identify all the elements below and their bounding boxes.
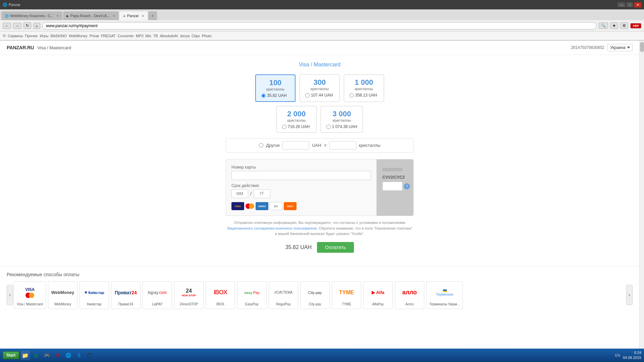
scroll-area[interactable]: PANZAR.RU Visa / Mastercard 281475079830… (0, 41, 639, 349)
bookmark-clips[interactable]: Clips (192, 34, 200, 38)
radio-2000[interactable] (282, 125, 286, 129)
tab-paparoach[interactable]: ▶ Papa Roach - Devil (A... ✕ (63, 11, 119, 20)
back-button[interactable]: ← (3, 23, 11, 29)
bookmark-absolution[interactable]: AbsolutioN (160, 34, 178, 38)
methods-next-button[interactable]: › (626, 285, 633, 305)
tab-panzar[interactable]: ⚔ Panzar ✕ (119, 11, 148, 20)
home-button[interactable]: ⌂ (33, 23, 40, 29)
section-title: Visa / Mastercard (179, 62, 461, 68)
price-2000: 716.26 UAH (288, 124, 310, 129)
liqpay-icon: liqpay.com (148, 290, 167, 295)
tab-close-webmoney[interactable]: ✕ (56, 14, 59, 18)
bookmark-privat[interactable]: Privat (90, 34, 99, 38)
scrollbar-thumb[interactable] (640, 42, 644, 52)
custom-crystals-input[interactable] (329, 141, 356, 149)
method-easypay[interactable]: easyPay EasyPay (237, 281, 267, 309)
custom-uah-input[interactable] (282, 141, 309, 149)
methods-prev-button[interactable]: ‹ (7, 285, 13, 305)
expiry-month-input[interactable] (231, 189, 248, 198)
tab-close-paparoach[interactable]: ✕ (113, 14, 115, 18)
nav-bar: ← → ↻ ⌂ 🔍 ★ ⚙ ABP (0, 20, 644, 32)
bookmark-webmoney[interactable]: WebMoney (69, 34, 87, 38)
minimize-button[interactable]: — (618, 2, 625, 7)
bookmark-baskino[interactable]: BASKINO (50, 34, 67, 38)
country-select[interactable]: Украина Россия (607, 44, 633, 51)
radio-1000[interactable] (350, 93, 354, 98)
address-bar[interactable] (42, 22, 597, 29)
method-terminals[interactable]: 🇺🇦Терминали Терминалы Украи... (426, 281, 463, 309)
bookmark-button[interactable]: ★ (610, 22, 618, 29)
radio-custom[interactable] (259, 143, 263, 147)
method-webmoney[interactable]: WebMoney WebMoney (48, 281, 77, 309)
amount-card-2000[interactable]: 2 000 кристаллы 716.26 UAH (276, 106, 317, 133)
adblock-button[interactable]: ABP (630, 23, 641, 28)
radio-3000[interactable] (326, 125, 331, 129)
method-privat24[interactable]: Приват24 Приват24 (111, 281, 141, 309)
custom-label: Другое (266, 143, 280, 148)
bookmark-mix[interactable]: Mix (146, 34, 151, 38)
method-name-easypay: EasyPay (240, 302, 264, 306)
top-bar-left: PANZAR.RU Visa / Mastercard (7, 45, 71, 50)
license-link[interactable]: Лицензионного соглашения конечного польз… (227, 226, 317, 230)
settings-button[interactable]: ⚙ (620, 22, 628, 29)
method-24nonstop[interactable]: 24 NON STOP 24nonSTOP (174, 281, 204, 309)
method-allo[interactable]: алло Алло (395, 281, 424, 309)
kievstar-logo-area: ★Київстар (83, 284, 106, 301)
maximize-button[interactable]: □ (627, 2, 633, 7)
method-regulpay[interactable]: //СИСТЕМА RegulPay (269, 281, 298, 309)
card-number-input[interactable] (231, 171, 371, 180)
tab-icon-3: ⚔ (123, 14, 126, 18)
method-name-tyme: TYME (335, 302, 358, 306)
cvv-input[interactable] (382, 182, 402, 191)
cvv-help-button[interactable]: ? (404, 183, 410, 189)
bookmark-mp3[interactable]: MP3 (136, 34, 144, 38)
bookmark-servisy[interactable]: Сервисы (8, 34, 23, 38)
amount-row-1: 100 кристаллы 35.82 UAH 300 кристаллы (179, 74, 461, 102)
radio-row-2000: 716.26 UAH (282, 124, 311, 129)
amount-card-3000[interactable]: 3 000 кристаллы 1 074.39 UAH (321, 106, 363, 133)
tab-close-panzar[interactable]: ✕ (142, 14, 144, 18)
refresh-button[interactable]: ↻ (23, 22, 31, 29)
custom-amount-row: Другое UAH = кристаллы (226, 138, 414, 153)
tyme-logo-area: TYME (335, 284, 358, 301)
method-tyme[interactable]: TYME TYME (332, 281, 361, 309)
amount-card-1000[interactable]: 1 000 кристаллы 358.13 UAH (344, 74, 384, 102)
method-name-liqpay: LiqPAY (146, 302, 169, 306)
radio-100[interactable] (261, 94, 266, 98)
method-liqpay[interactable]: liqpay.com LiqPAY (143, 281, 172, 309)
expiry-year-input[interactable] (254, 189, 270, 198)
method-visa-mc[interactable]: VISA Visa / Mastercard (14, 281, 46, 309)
method-kievstar[interactable]: ★Київстар Киевстар (79, 281, 109, 309)
forward-button[interactable]: → (13, 23, 21, 29)
privat24-logo-area: Приват24 (114, 284, 138, 301)
amount-card-100[interactable]: 100 кристаллы 35.82 UAH (255, 74, 296, 102)
bookmark-igry[interactable]: Игры (40, 34, 48, 38)
method-alfapay[interactable]: ▶ Alfa AlfaPay (363, 281, 393, 309)
bookmark-fregat[interactable]: FREGAT (101, 34, 116, 38)
method-citypay[interactable]: City-pay City-pay (300, 281, 330, 309)
apps-icon: ⊞ (3, 34, 6, 38)
cvv-label: CVV2/CVC2 (382, 175, 410, 180)
method-ibox[interactable]: IBOX IBOX (206, 281, 235, 309)
bookmark-jenya[interactable]: Jenya (180, 34, 190, 38)
tab-new[interactable]: + (148, 11, 157, 20)
scrollbar[interactable] (639, 41, 644, 349)
radio-300[interactable] (305, 93, 310, 98)
bookmark-photo[interactable]: Photo (202, 34, 212, 38)
tab-webmoney[interactable]: 🌐 WebMoney Кошелек - С... ✕ (1, 11, 62, 20)
amount-card-300[interactable]: 300 кристаллы 107.44 UAH (300, 74, 340, 102)
terminals-icon: 🇺🇦Терминали (436, 289, 453, 296)
tab-label-3: Panzar (127, 14, 139, 18)
allo-icon: алло (402, 289, 417, 296)
bookmark-tb[interactable]: TB (153, 34, 158, 38)
bookmark-converter[interactable]: Converter (118, 34, 134, 38)
cvv-section: CVV2/CVC2 ? (382, 175, 410, 191)
bookmark-prochee[interactable]: Прочее (25, 34, 38, 38)
pay-button[interactable]: Оплатить (317, 242, 354, 253)
search-button[interactable]: 🔍 (599, 22, 608, 29)
close-button[interactable]: ✕ (634, 2, 641, 7)
page-content: PANZAR.RU Visa / Mastercard 281475079830… (0, 41, 639, 314)
window-title: Panzar (9, 3, 20, 7)
page-top-bar: PANZAR.RU Visa / Mastercard 281475079830… (0, 41, 639, 55)
24nonstop-logo-area: 24 NON STOP (177, 284, 201, 301)
